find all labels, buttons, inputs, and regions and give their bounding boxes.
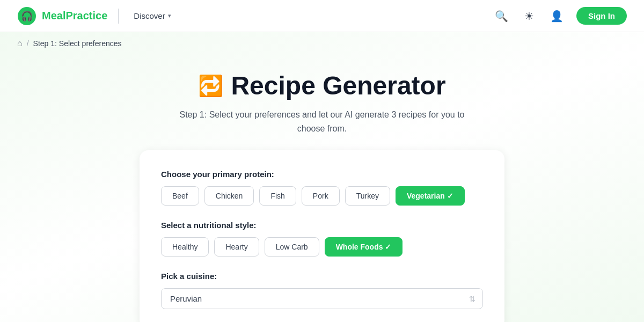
search-button[interactable]: 🔍 [492,6,511,26]
nav-discover[interactable]: Discover ▾ [129,8,175,24]
preferences-card: Choose your primary protein: Beef Chicke… [140,150,504,322]
protein-vegetarian[interactable]: Vegetarian ✓ [396,186,465,206]
sun-icon: ☀ [524,10,534,23]
breadcrumb-current-step: Step 1: Select preferences [33,39,122,48]
nutrition-hearty[interactable]: Hearty [214,237,259,257]
main-content: 🔁 Recipe Generator Step 1: Select your p… [0,55,644,322]
protein-label: Choose your primary protein: [161,170,483,179]
search-icon: 🔍 [495,10,508,23]
user-icon: 👤 [550,10,564,23]
cuisine-select[interactable]: Peruvian Italian Mexican Japanese Indian… [161,288,483,309]
breadcrumb-home-icon[interactable]: ⌂ [17,39,23,48]
nutrition-lowcarb[interactable]: Low Carb [265,237,319,257]
user-button[interactable]: 👤 [547,6,567,26]
nutrition-label: Select a nutritional style: [161,221,483,230]
protein-chicken[interactable]: Chicken [204,186,254,206]
breadcrumb: ⌂ / Step 1: Select preferences [0,32,644,55]
protein-beef[interactable]: Beef [161,186,199,206]
header-left: 🎧 MealPractice Discover ▾ [17,6,175,26]
breadcrumb-separator: / [27,39,29,48]
protein-fish[interactable]: Fish [259,186,296,206]
cuisine-select-wrapper: Peruvian Italian Mexican Japanese Indian… [161,288,483,309]
ai-icon: 🔁 [198,74,223,98]
logo-text: MealPractice [42,10,107,22]
svg-text:🎧: 🎧 [21,10,33,22]
nutrition-options: Healthy Hearty Low Carb Whole Foods ✓ [161,237,483,257]
protein-turkey[interactable]: Turkey [345,186,390,206]
cuisine-label: Pick a cuisine: [161,272,483,281]
logo-icon: 🎧 [17,6,36,26]
logo[interactable]: 🎧 MealPractice [17,6,107,26]
nutrition-healthy[interactable]: Healthy [161,237,209,257]
chevron-down-icon: ▾ [168,12,171,19]
header-divider [118,9,119,24]
page-subtitle: Step 1: Select your preferences and let … [177,108,467,135]
sign-in-button[interactable]: Sign In [576,7,627,25]
nutrition-wholefoods[interactable]: Whole Foods ✓ [325,237,403,257]
theme-toggle-button[interactable]: ☀ [521,6,537,26]
protein-options: Beef Chicken Fish Pork Turkey Vegetarian… [161,186,483,206]
page-title: 🔁 Recipe Generator [198,71,445,100]
protein-pork[interactable]: Pork [302,186,340,206]
header-right: 🔍 ☀ 👤 Sign In [492,6,627,26]
header: 🎧 MealPractice Discover ▾ 🔍 ☀ 👤 Sign In [0,0,644,32]
